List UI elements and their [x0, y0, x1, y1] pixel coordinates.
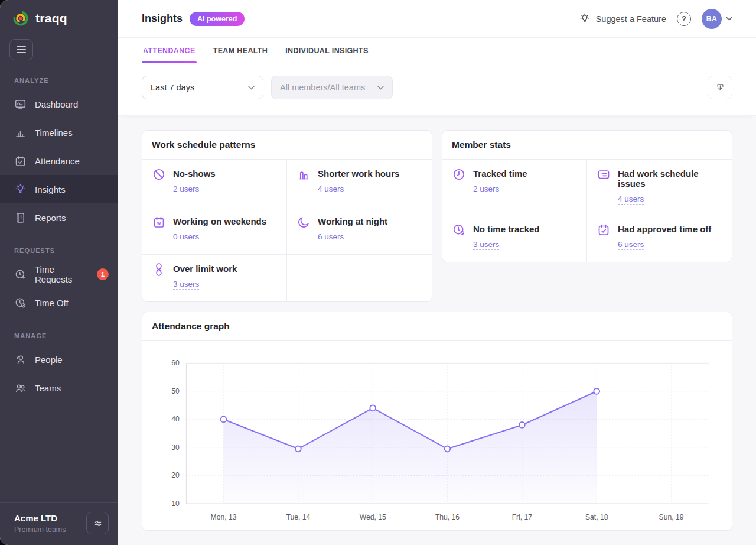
clock-off-icon — [14, 297, 27, 309]
sidebar-item-time-requests[interactable]: Time Requests 1 — [0, 260, 118, 288]
traqq-logo-icon — [12, 9, 30, 27]
sidebar-item-label: Insights — [35, 184, 66, 194]
lightbulb-rays-icon — [579, 13, 591, 25]
sidebar-item-label: Teams — [35, 383, 61, 393]
header-actions: Suggest a Feature ? BA — [579, 9, 732, 29]
hourglass-icon — [152, 262, 166, 277]
stat-label: Had work schedule issues — [618, 168, 722, 189]
sidebar-item-label: Timelines — [35, 128, 73, 138]
users-link[interactable]: 6 users — [318, 232, 344, 242]
ai-powered-badge: AI powered — [190, 12, 245, 26]
users-link[interactable]: 2 users — [173, 184, 199, 194]
users-link[interactable]: 0 users — [173, 232, 199, 242]
member-stats-grid: Tracked time 2 users Had work schedule i… — [442, 160, 732, 262]
stat-cell-schedule-issues: Had work schedule issues 4 users — [587, 160, 732, 215]
stat-label: Had approved time off — [618, 224, 711, 234]
help-button[interactable]: ? — [677, 12, 691, 26]
stat-label: Working on weekends — [173, 216, 266, 226]
app-window: traqq ANALYZE Dashboard Timelines Attend… — [0, 0, 756, 545]
date-range-value: Last 7 days — [151, 83, 194, 92]
section-label-manage: MANAGE — [0, 317, 118, 345]
sidebar-item-teams[interactable]: Teams — [0, 374, 118, 402]
page-header: Insights AI powered Suggest a Feature ? … — [118, 0, 756, 38]
company-settings-button[interactable] — [86, 512, 109, 534]
users-link[interactable]: 3 users — [173, 280, 199, 290]
section-label-analyze: ANALYZE — [0, 61, 118, 90]
tab-attendance[interactable]: ATTENDANCE — [142, 38, 197, 63]
user-menu[interactable]: BA — [702, 9, 732, 29]
svg-text:10: 10 — [171, 499, 180, 508]
tab-team-health[interactable]: TEAM HEALTH — [212, 38, 269, 63]
question-mark-icon: ? — [682, 14, 686, 23]
export-button[interactable] — [708, 76, 732, 99]
sidebar-item-attendance[interactable]: Attendance — [0, 147, 118, 175]
sidebar-item-label: Dashboard — [35, 99, 78, 109]
users-link[interactable]: 3 users — [473, 240, 499, 250]
users-link[interactable]: 2 users — [473, 184, 499, 194]
sidebar-item-label: Attendance — [35, 156, 80, 166]
svg-text:Thu, 16: Thu, 16 — [435, 513, 460, 521]
card-title: Work schedule patterns — [142, 131, 432, 160]
stat-cell-no-shows: No-shows 2 users — [142, 160, 287, 207]
svg-text:30: 30 — [171, 443, 180, 452]
stat-cell-tracked-time: Tracked time 2 users — [442, 160, 587, 215]
sidebar-item-label: Time Off — [35, 298, 69, 308]
company-block: Acme LTD Premium teams — [0, 502, 118, 545]
clock-slash-icon — [452, 223, 466, 237]
company-plan: Premium teams — [14, 525, 66, 534]
members-value: All members/All teams — [280, 83, 365, 92]
users-link[interactable]: 4 users — [318, 184, 344, 194]
section-label-requests: REQUESTS — [0, 232, 118, 260]
sidebar-item-people[interactable]: People — [0, 345, 118, 374]
sidebar-item-time-off[interactable]: Time Off — [0, 288, 118, 317]
sidebar-nav: ANALYZE Dashboard Timelines Attendance I… — [0, 61, 118, 502]
users-link[interactable]: 4 users — [618, 194, 644, 205]
svg-text:Wed, 15: Wed, 15 — [360, 513, 386, 521]
card-title: Member stats — [442, 131, 732, 160]
stat-label: Working at night — [318, 216, 387, 226]
suggest-feature-button[interactable]: Suggest a Feature — [579, 13, 666, 25]
svg-text:Sun, 19: Sun, 19 — [659, 513, 684, 521]
chart-container: 102030405060Mon, 13Tue, 14Wed, 15Thu, 16… — [142, 341, 732, 530]
tab-individual-insights[interactable]: INDIVIDUAL INSIGHTS — [284, 38, 369, 63]
export-icon — [715, 82, 726, 93]
svg-text:20: 20 — [171, 471, 180, 479]
stat-cell-no-time: No time tracked 3 users — [442, 215, 587, 262]
sidebar-collapse-button[interactable] — [9, 39, 33, 60]
svg-text:Mon, 13: Mon, 13 — [211, 513, 237, 521]
people-group-icon — [14, 382, 27, 394]
sidebar-item-label: People — [35, 355, 63, 365]
users-link[interactable]: 6 users — [618, 240, 644, 250]
stat-cell-over-limit: Over limit work 3 users — [142, 254, 287, 301]
company-name: Acme LTD — [14, 513, 66, 523]
stat-label: Over limit work — [173, 264, 237, 274]
suggest-feature-label: Suggest a Feature — [596, 14, 666, 24]
svg-text:60: 60 — [171, 359, 180, 367]
chevron-down-icon — [248, 86, 255, 90]
company-info: Acme LTD Premium teams — [14, 513, 66, 534]
report-document-icon — [14, 212, 27, 224]
sidebar-item-label: Reports — [35, 213, 66, 223]
attendance-line-chart: 102030405060Mon, 13Tue, 14Wed, 15Thu, 16… — [149, 349, 725, 529]
avatar: BA — [702, 9, 722, 29]
sidebar-item-timelines[interactable]: Timelines — [0, 118, 118, 147]
members-select[interactable]: All members/All teams — [271, 76, 393, 99]
sidebar-item-reports[interactable]: Reports — [0, 203, 118, 232]
sidebar-item-insights[interactable]: Insights — [0, 175, 118, 203]
svg-text:Fri, 17: Fri, 17 — [512, 513, 533, 521]
clock-icon — [452, 167, 466, 181]
filter-bar: Last 7 days All members/All teams — [118, 63, 756, 116]
timelines-icon — [14, 126, 27, 139]
calendar-check-icon — [14, 155, 27, 167]
person-icon — [14, 353, 27, 366]
sidebar: traqq ANALYZE Dashboard Timelines Attend… — [0, 0, 118, 545]
stat-label: No time tracked — [473, 224, 540, 234]
hamburger-icon — [17, 46, 26, 53]
no-entry-icon — [152, 167, 166, 181]
svg-text:40: 40 — [171, 415, 180, 423]
stat-label: Tracked time — [473, 168, 527, 179]
calendar-check-icon — [597, 223, 611, 237]
logo: traqq — [0, 0, 118, 32]
date-range-select[interactable]: Last 7 days — [142, 76, 263, 99]
sidebar-item-dashboard[interactable]: Dashboard — [0, 90, 118, 118]
